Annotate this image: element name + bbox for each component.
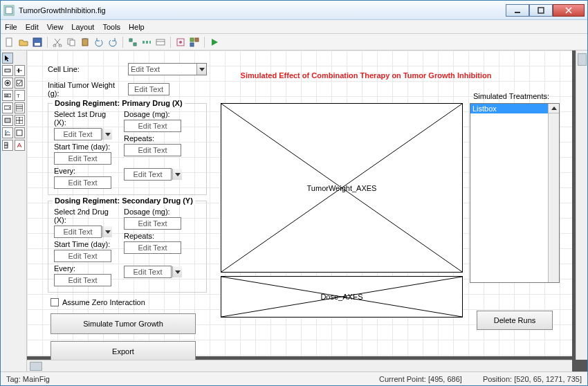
cut-icon[interactable] [51, 36, 64, 48]
treatments-listbox[interactable]: Listbox [470, 103, 560, 283]
menu-layout[interactable]: Layout [71, 23, 94, 31]
axes-tool-icon[interactable] [2, 127, 13, 138]
checkbox-tool-icon[interactable] [15, 77, 26, 89]
repeats2-input[interactable] [124, 241, 181, 254]
distribute-icon[interactable] [140, 36, 153, 48]
svg-rect-8 [35, 43, 40, 46]
svg-rect-20 [146, 41, 148, 44]
menu-tools[interactable]: Tools [102, 23, 120, 31]
svg-rect-48 [17, 130, 22, 136]
dropdown-icon[interactable] [172, 169, 182, 180]
assume-zero-label: Assume Zero Interaction [62, 298, 145, 306]
panel-tool-icon[interactable] [15, 127, 26, 138]
every1-input[interactable] [54, 176, 111, 189]
save-icon[interactable] [31, 36, 44, 48]
minimize-button[interactable] [506, 4, 529, 17]
activex-tool-icon[interactable] [15, 140, 26, 151]
svg-rect-19 [143, 41, 145, 44]
listbox-scrollbar[interactable] [548, 104, 559, 282]
workspace: abT Cell Line: [1, 50, 587, 371]
svg-text:T: T [17, 93, 20, 99]
separator [122, 37, 123, 48]
h-scrollbar[interactable] [27, 360, 572, 371]
every-unit1-input[interactable] [124, 168, 172, 181]
tumor-weight-input[interactable] [128, 83, 169, 95]
pushbutton-tool-icon[interactable] [2, 65, 13, 76]
menu-help[interactable]: Help [129, 23, 145, 31]
listbox-tool-icon[interactable] [15, 102, 26, 113]
dropdown-icon[interactable] [102, 129, 112, 140]
menu-edit[interactable]: Edit [26, 23, 39, 31]
start-time2-input[interactable] [54, 250, 111, 262]
dropdown-icon[interactable] [196, 64, 206, 75]
assume-zero-checkbox[interactable] [50, 298, 59, 306]
buttongroup-tool-icon[interactable] [2, 140, 13, 151]
paste-icon[interactable] [79, 36, 91, 48]
select-drug2-label: Select 2nd Drug (X): [54, 208, 113, 224]
dosage2-input[interactable] [124, 217, 181, 230]
separator [47, 37, 48, 48]
statusbar: Tag: MainFig Current Point: [495, 686] P… [1, 371, 587, 385]
select-drug1-input[interactable] [54, 128, 102, 140]
export-button[interactable]: Export [50, 341, 196, 362]
copy-icon[interactable] [65, 36, 77, 48]
dose-axes[interactable]: Dose_AXES [221, 276, 463, 318]
svg-rect-21 [149, 41, 151, 44]
svg-point-25 [179, 41, 182, 44]
svg-rect-31 [18, 68, 19, 73]
list-item[interactable]: Listbox [470, 104, 559, 113]
simulate-button[interactable]: Simulate Tumor Growth [50, 313, 196, 334]
secondary-drug-group: Dosing Regiment: Secondary Drug (Y) Sele… [48, 201, 207, 293]
text-tool-icon[interactable]: T [15, 90, 26, 101]
align-icon[interactable] [127, 36, 139, 48]
titlebar[interactable]: TumorGrowthInhibition.fig [1, 1, 587, 20]
dosage2-label: Dosage (mg): [124, 208, 183, 216]
close-button[interactable] [553, 4, 585, 17]
inspector-icon[interactable] [174, 36, 187, 48]
menu-view[interactable]: View [47, 23, 64, 31]
tumor-weight-axes[interactable]: TumorWeight_AXES [221, 103, 463, 273]
every2-input[interactable] [54, 274, 111, 286]
maximize-button[interactable] [529, 4, 553, 17]
select-drug2-input[interactable] [54, 226, 102, 238]
popup-tool-icon[interactable] [2, 102, 13, 113]
separator [170, 37, 171, 48]
slider-tool-icon[interactable] [15, 65, 26, 76]
svg-rect-49 [4, 143, 8, 145]
dropdown-icon[interactable] [172, 266, 182, 277]
svg-rect-22 [156, 39, 165, 45]
v-scrollbar[interactable] [576, 50, 587, 360]
editor-icon[interactable] [154, 36, 167, 48]
repeats2-label: Repeats: [124, 232, 183, 240]
radio-tool-icon[interactable] [2, 77, 13, 89]
start-time1-input[interactable] [54, 152, 111, 165]
menu-file[interactable]: File [5, 23, 17, 31]
repeats1-input[interactable] [124, 144, 181, 156]
canvas[interactable]: Cell Line: Initial Tumor Weight (g): Dos… [27, 50, 587, 371]
select-tool-icon[interactable] [2, 53, 13, 64]
delete-runs-button[interactable]: Delete Runs [477, 311, 553, 330]
primary-drug-group: Dosing Regiment: Primary Drug (X) Select… [48, 103, 207, 195]
table-tool-icon[interactable] [15, 115, 26, 126]
undo-icon[interactable] [93, 36, 105, 48]
browser-icon[interactable] [188, 36, 201, 48]
toggle-tool-icon[interactable] [2, 115, 13, 126]
dosage1-input[interactable] [124, 120, 181, 132]
cell-line-input[interactable] [128, 63, 207, 75]
simulated-treatments-label: Simulated Treatments: [473, 92, 549, 100]
every-unit2-input[interactable] [124, 266, 172, 278]
new-icon[interactable] [3, 36, 16, 48]
status-current-point: Current Point: [495, 686] [379, 375, 462, 383]
every1-label: Every: [54, 167, 113, 175]
open-icon[interactable] [17, 36, 30, 48]
run-icon[interactable] [208, 36, 221, 48]
svg-rect-6 [6, 38, 12, 46]
dropdown-icon[interactable] [102, 226, 112, 237]
app-window: TumorGrowthInhibition.fig File Edit View… [0, 0, 588, 386]
svg-rect-17 [129, 39, 132, 42]
redo-icon[interactable] [107, 36, 119, 48]
group-title: Dosing Regiment: Secondary Drug (Y) [53, 196, 195, 205]
scroll-up-icon[interactable] [549, 104, 559, 113]
start-time1-label: Start Time (day): [54, 143, 113, 151]
edit-tool-icon[interactable]: ab [2, 90, 13, 101]
